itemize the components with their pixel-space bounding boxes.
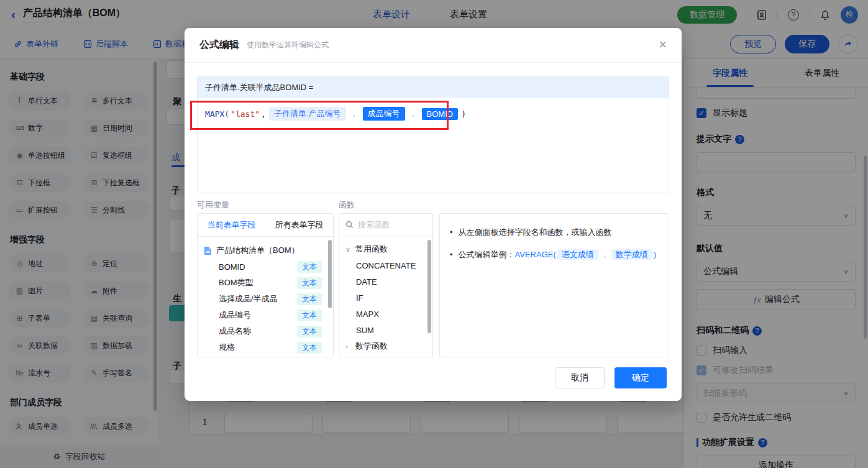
variable-field-bom-type[interactable]: BOM类型文本	[204, 275, 327, 291]
help-line-1: • 从左侧面板选择字段名和函数，或输入函数	[450, 226, 659, 239]
modal-subtitle: 使用数学运算符编辑公式	[247, 40, 329, 50]
function-search	[339, 214, 432, 236]
variables-label: 可用变量	[197, 200, 229, 211]
functions-label: 函数	[339, 200, 355, 211]
formula-editor-area[interactable]: 子件清单.关联半成品BOMID = MAPX( "last" , 子件清单.产品…	[197, 76, 669, 193]
comma-token: ，	[350, 108, 359, 119]
function-search-input[interactable]	[358, 220, 420, 229]
variable-field-bomid[interactable]: BOMID文本	[204, 259, 327, 275]
type-badge: 文本	[297, 310, 322, 321]
function-mapx[interactable]: MAPX	[339, 306, 432, 322]
group-text-functions[interactable]: › 文本函数	[339, 354, 432, 357]
tab-all-form-fields[interactable]: 所有表单字段	[265, 214, 333, 236]
help-panel: • 从左侧面板选择字段名和函数，或输入函数 • 公式编辑举例：AVERAGE(语…	[439, 213, 669, 357]
comma-token: ,	[261, 109, 266, 119]
formula-expression[interactable]: MAPX( "last" , 子件清单.产品编号 ， 成品编号 ， BOMID …	[198, 98, 669, 129]
help-line-2: • 公式编辑举例：AVERAGE(语文成绩，数学成绩)	[450, 249, 659, 261]
functions-scrollbar[interactable]	[427, 240, 431, 333]
field-chip-light: 子件清单.产品编号	[269, 107, 346, 121]
comma-token: ，	[409, 108, 418, 119]
formula-target: 子件清单.关联半成品BOMID =	[198, 77, 669, 98]
type-badge: 文本	[297, 277, 322, 289]
variable-field-product-name[interactable]: 成品名称文本	[204, 323, 327, 339]
modal-title: 公式编辑	[199, 39, 239, 52]
modal-footer: 取消 确定	[555, 367, 667, 388]
variable-field-product-code[interactable]: 成品编号文本	[204, 307, 327, 323]
paren-token: )	[461, 109, 466, 119]
app: ‹ 产品结构清单（BOM） 表单设计 表单设置 数据管理 ? 检 表单外链	[0, 0, 868, 468]
document-icon	[204, 246, 212, 255]
close-icon[interactable]: ×	[659, 38, 667, 52]
group-common-functions[interactable]: ∨ 常用函数	[339, 241, 432, 257]
type-badge: 文本	[297, 261, 322, 273]
example-field-chip: 语文成绩	[557, 249, 598, 260]
chevron-down-icon: ∨	[345, 245, 352, 254]
formula-editor-modal: 公式编辑 使用数学运算符编辑公式 × 子件清单.关联半成品BOMID = MAP…	[185, 28, 682, 401]
chevron-right-icon: ›	[345, 342, 352, 350]
tab-current-form-fields[interactable]: 当前表单字段	[198, 214, 265, 236]
form-root-node[interactable]: 产品结构清单（BOM）	[204, 242, 327, 259]
function-token: MAPX(	[205, 109, 229, 119]
functions-panel: ∨ 常用函数 CONCATENATE DATE IF MAPX SUM › 数学…	[339, 213, 433, 357]
function-concatenate[interactable]: CONCATENATE	[339, 257, 432, 273]
search-icon	[345, 221, 354, 229]
modal-header: 公式编辑 使用数学运算符编辑公式 ×	[185, 28, 682, 63]
function-sum[interactable]: SUM	[339, 322, 432, 338]
variables-panel: 当前表单字段 所有表单字段 产品结构清单（BOM） BOMID文本 BOM类型文…	[197, 213, 334, 357]
function-date[interactable]: DATE	[339, 273, 432, 290]
type-badge: 文本	[297, 293, 322, 305]
example-field-chip: 数学成绩	[611, 249, 652, 260]
variable-field-spec[interactable]: 规格文本	[204, 339, 327, 356]
string-token: "last"	[231, 109, 260, 119]
field-chip-solid: 成品编号	[363, 107, 405, 121]
variables-scrollbar[interactable]	[328, 240, 332, 308]
type-badge: 文本	[297, 326, 322, 337]
variable-field-select-product[interactable]: 选择成品/半成品文本	[204, 291, 327, 307]
field-chip-solid: BOMID	[422, 108, 459, 120]
function-if[interactable]: IF	[339, 290, 432, 306]
group-math-functions[interactable]: › 数学函数	[339, 338, 432, 354]
type-badge: 文本	[297, 342, 322, 354]
cancel-button[interactable]: 取消	[555, 367, 605, 388]
confirm-button[interactable]: 确定	[614, 367, 667, 388]
